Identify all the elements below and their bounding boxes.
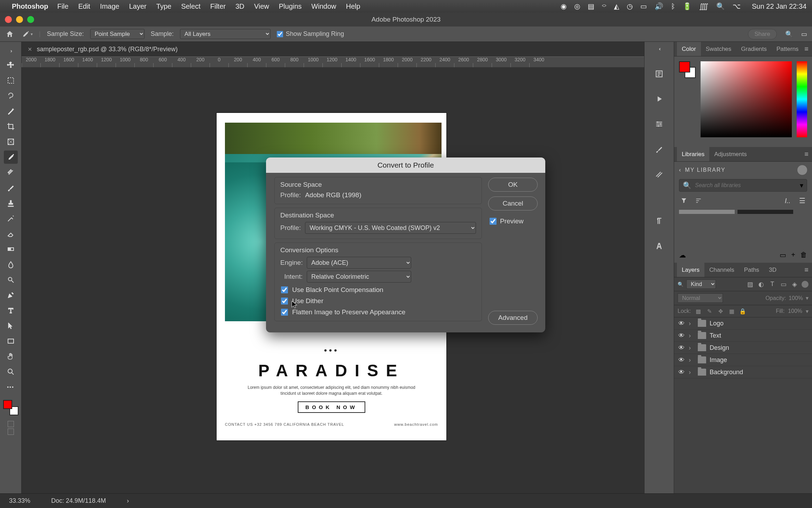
- engine-select[interactable]: Adobe (ACE): [307, 257, 411, 269]
- layers-panel-menu-icon[interactable]: ≡: [804, 266, 809, 274]
- workspace-icon[interactable]: ▭: [801, 30, 807, 38]
- wifi-sync-icon[interactable]: ⌔: [602, 2, 606, 10]
- paragraph-panel-icon[interactable]: [652, 214, 666, 228]
- library-item[interactable]: [737, 210, 793, 214]
- search-icon[interactable]: 🔍: [716, 2, 725, 10]
- doc-icon[interactable]: ▤: [588, 2, 594, 10]
- pen-tool[interactable]: [4, 288, 18, 302]
- eraser-tool[interactable]: [4, 227, 18, 240]
- adjustments-tab[interactable]: Adjustments: [709, 147, 752, 161]
- sample-size-select[interactable]: Point Sample: [90, 29, 145, 39]
- brushes-panel-icon[interactable]: [652, 142, 666, 156]
- visibility-toggle-icon[interactable]: 👁: [678, 368, 685, 376]
- doc-tab[interactable]: × sampleposter_rgb.psd @ 33.3% (RGB/8*/P…: [22, 42, 184, 56]
- stamp-tool[interactable]: [4, 197, 18, 210]
- dest-profile-select[interactable]: Working CMYK - U.S. Web Coated (SWOP) v2: [305, 222, 476, 234]
- black-point-compensation-checkbox[interactable]: [281, 286, 288, 293]
- expand-icon[interactable]: ›: [689, 369, 694, 376]
- layer-name[interactable]: Image: [710, 356, 727, 364]
- layer-row[interactable]: 👁 › Image: [674, 354, 812, 366]
- list-view-icon[interactable]: I..: [783, 196, 793, 206]
- libraries-panel-menu-icon[interactable]: ≡: [804, 150, 809, 158]
- color-panel-menu-icon[interactable]: ≡: [804, 45, 809, 53]
- quick-mask-icon[interactable]: [8, 421, 14, 427]
- filter-shape-icon[interactable]: ▭: [779, 280, 788, 288]
- visibility-toggle-icon[interactable]: 👁: [678, 332, 685, 339]
- move-tool[interactable]: [4, 59, 18, 72]
- color-field[interactable]: [701, 61, 792, 137]
- menu-help[interactable]: Help: [346, 2, 360, 10]
- channels-tab[interactable]: Channels: [704, 263, 739, 277]
- cloud-icon[interactable]: ☁: [679, 251, 686, 259]
- menu-select[interactable]: Select: [181, 2, 201, 10]
- share-button[interactable]: Share: [748, 29, 777, 39]
- swatches-tab[interactable]: Swatches: [701, 42, 736, 56]
- expand-icon[interactable]: ›: [689, 320, 694, 327]
- sort-icon[interactable]: [694, 196, 703, 206]
- layer-kind-select[interactable]: Kind: [686, 279, 716, 289]
- lock-all-icon[interactable]: 🔒: [739, 307, 747, 315]
- foreground-color-swatch[interactable]: [3, 400, 12, 409]
- zoom-tool[interactable]: [4, 365, 18, 378]
- folder-icon[interactable]: ▭: [780, 251, 786, 259]
- layer-row[interactable]: 👁 › Logo: [674, 317, 812, 330]
- status-chevron-icon[interactable]: ›: [127, 497, 129, 505]
- opacity-value[interactable]: 100%: [789, 295, 803, 301]
- menu-layer[interactable]: Layer: [129, 2, 147, 10]
- fg-bg-color-swatch[interactable]: [3, 400, 18, 415]
- chevron-down-icon[interactable]: ▾: [806, 308, 809, 315]
- layer-name[interactable]: Background: [710, 369, 743, 376]
- filter-image-icon[interactable]: ▨: [746, 280, 754, 288]
- flatten-checkbox[interactable]: [281, 309, 288, 316]
- home-icon[interactable]: [5, 29, 15, 39]
- menu-plugins[interactable]: Plugins: [279, 2, 302, 10]
- ok-button[interactable]: OK: [488, 178, 538, 192]
- healing-brush-tool[interactable]: [4, 166, 18, 179]
- fill-value[interactable]: 100%: [788, 308, 802, 314]
- library-search[interactable]: 🔍 ▾: [679, 179, 807, 192]
- filter-adjustment-icon[interactable]: ◐: [757, 280, 765, 288]
- brush-settings-panel-icon[interactable]: [652, 167, 666, 181]
- layer-name[interactable]: Logo: [710, 320, 724, 327]
- expand-icon[interactable]: ›: [689, 332, 694, 339]
- library-item[interactable]: [679, 210, 735, 214]
- frame-tool[interactable]: [4, 135, 18, 148]
- menu-window[interactable]: Window: [311, 2, 336, 10]
- control-center-icon[interactable]: ⌥: [733, 2, 741, 10]
- volume-icon[interactable]: 🔊: [655, 2, 663, 10]
- cancel-button[interactable]: Cancel: [488, 197, 538, 210]
- search-bar-icon[interactable]: 🔍: [785, 30, 793, 38]
- record-icon[interactable]: ◉: [561, 2, 567, 10]
- wifi-icon[interactable]: ⨌: [699, 2, 709, 10]
- filter-icon[interactable]: [679, 196, 689, 206]
- type-tool[interactable]: [4, 304, 18, 317]
- rectangle-tool[interactable]: [4, 334, 18, 348]
- visibility-toggle-icon[interactable]: 👁: [678, 344, 685, 352]
- menu-image[interactable]: Image: [100, 2, 119, 10]
- patterns-tab[interactable]: Patterns: [772, 42, 803, 56]
- actions-panel-icon[interactable]: [652, 92, 666, 106]
- chevron-down-icon[interactable]: ▾: [800, 181, 803, 190]
- preview-checkbox[interactable]: [490, 218, 497, 225]
- app-name[interactable]: Photoshop: [12, 2, 48, 10]
- hue-strip[interactable]: [797, 61, 807, 137]
- filter-toggle[interactable]: [802, 281, 809, 288]
- library-back-row[interactable]: ‹ MY LIBRARY: [679, 165, 807, 175]
- menu-filter[interactable]: Filter: [210, 2, 226, 10]
- use-dither-checkbox[interactable]: [281, 298, 288, 305]
- lock-move-icon[interactable]: ✥: [717, 307, 724, 315]
- bluetooth-icon[interactable]: ᛒ: [671, 2, 675, 10]
- blur-tool[interactable]: [4, 258, 18, 271]
- layers-tab[interactable]: Layers: [677, 263, 704, 277]
- gradients-tab[interactable]: Gradients: [736, 42, 772, 56]
- doc-size[interactable]: Doc: 24.9M/118.4M: [51, 497, 106, 505]
- battery-icon[interactable]: 🔋: [683, 2, 692, 10]
- path-selection-tool[interactable]: [4, 319, 18, 332]
- close-tab-icon[interactable]: ×: [28, 45, 32, 53]
- gradient-tool[interactable]: [4, 243, 18, 256]
- clock-icon[interactable]: ◷: [627, 2, 633, 10]
- show-sampling-ring-checkbox[interactable]: [277, 31, 283, 37]
- filter-smart-icon[interactable]: ◈: [790, 280, 799, 288]
- menu-3d[interactable]: 3D: [235, 2, 244, 10]
- window-minimize-button[interactable]: [16, 16, 23, 23]
